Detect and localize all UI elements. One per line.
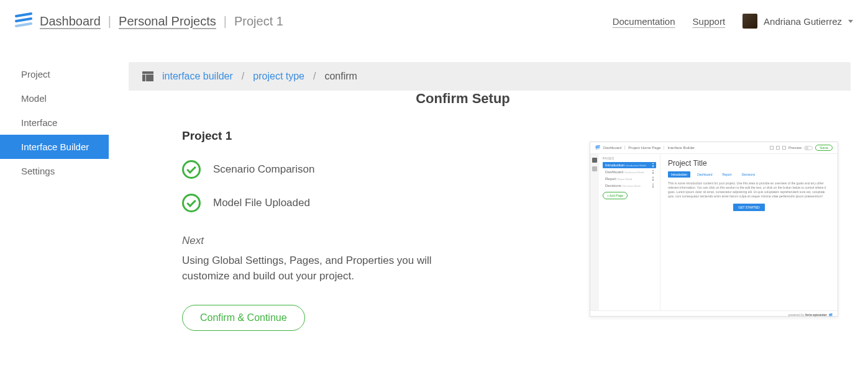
menu-icon bbox=[652, 184, 654, 187]
sidebar: Project Model Interface Interface Builde… bbox=[0, 37, 109, 388]
logo-icon bbox=[595, 145, 600, 150]
menu-icon bbox=[652, 170, 654, 174]
subcrumb-current: confirm bbox=[324, 71, 357, 82]
sidebar-item-interface[interactable]: Interface bbox=[0, 111, 109, 135]
menu-icon bbox=[652, 177, 654, 181]
check-icon bbox=[182, 194, 201, 212]
subcrumb-sep: / bbox=[242, 71, 244, 82]
subcrumb-interface-builder[interactable]: interface builder bbox=[162, 71, 233, 82]
preview-crumb: Project Home Page bbox=[628, 146, 664, 150]
preview-pages-header: PAGES bbox=[603, 156, 656, 160]
breadcrumb-sep: | bbox=[108, 14, 111, 29]
check-scenario-comparison: Scenario Comparison bbox=[182, 160, 552, 179]
layout: Project Model Interface Interface Builde… bbox=[0, 37, 868, 388]
support-link[interactable]: Support bbox=[693, 16, 726, 27]
preview-add-page: + Add Page bbox=[603, 192, 628, 199]
preview-page-row: Decisions Decisions World bbox=[603, 183, 656, 189]
check-icon bbox=[182, 160, 201, 179]
check-label: Model File Uploaded bbox=[213, 197, 310, 209]
subcrumb-project-type[interactable]: project type bbox=[253, 71, 304, 82]
top-right: Documentation Support Andriana Gutierrez bbox=[613, 14, 853, 29]
user-name: Andriana Gutierrez bbox=[764, 16, 842, 27]
preview-tab: Introduction bbox=[668, 171, 690, 178]
preview-paragraph: This is some introduction content for yo… bbox=[668, 181, 830, 199]
device-icon bbox=[770, 146, 774, 150]
sub-breadcrumb: interface builder / project type / confi… bbox=[129, 62, 851, 91]
preview-tab: Decisions bbox=[739, 171, 759, 178]
preview-tab: Dashboard bbox=[694, 171, 715, 178]
sidebar-item-settings[interactable]: Settings bbox=[0, 159, 109, 183]
preview-page-row: Dashboard Dashboard World bbox=[603, 169, 656, 175]
page-title: Confirm Setup bbox=[75, 91, 851, 107]
project-name: Project 1 bbox=[182, 129, 552, 143]
breadcrumb-sep: | bbox=[224, 14, 227, 29]
logo-icon bbox=[15, 12, 32, 30]
content: Project 1 Scenario Comparison Model File… bbox=[129, 129, 851, 331]
top-header: Dashboard | Personal Projects | Project … bbox=[0, 0, 868, 37]
subcrumb-sep: / bbox=[313, 71, 316, 82]
svg-rect-2 bbox=[146, 74, 153, 81]
breadcrumb-current: Project 1 bbox=[234, 14, 283, 29]
preview-save-button: Save bbox=[815, 145, 833, 151]
logo-icon bbox=[829, 314, 833, 317]
right-column: Dashboard Project Home Page Interface Bu… bbox=[590, 129, 851, 331]
breadcrumb-dashboard[interactable]: Dashboard bbox=[40, 14, 101, 29]
tool-icon bbox=[592, 158, 597, 163]
tool-icon bbox=[592, 166, 597, 171]
preview-crumb: Dashboard bbox=[603, 146, 625, 150]
device-icon bbox=[776, 146, 780, 150]
breadcrumb-group[interactable]: Personal Projects bbox=[119, 14, 216, 29]
preview-tab: Report bbox=[720, 171, 735, 178]
preview-page-row: Introduction Introduction World bbox=[603, 162, 656, 168]
chevron-down-icon bbox=[848, 20, 853, 23]
top-left: Dashboard | Personal Projects | Project … bbox=[15, 12, 283, 30]
sidebar-item-project[interactable]: Project bbox=[0, 62, 109, 86]
check-label: Scenario Comparison bbox=[213, 163, 314, 176]
confirm-continue-button[interactable]: Confirm & Continue bbox=[182, 305, 305, 331]
next-text: Using Global Settings, Pages, and Proper… bbox=[182, 253, 480, 284]
avatar bbox=[742, 14, 757, 29]
preview-image: Dashboard Project Home Page Interface Bu… bbox=[590, 142, 838, 317]
user-menu[interactable]: Andriana Gutierrez bbox=[742, 14, 853, 29]
svg-rect-0 bbox=[142, 71, 153, 74]
main: interface builder / project type / confi… bbox=[109, 37, 868, 388]
preview-page-row: Report Report World bbox=[603, 176, 656, 182]
device-icon bbox=[782, 146, 786, 150]
check-model-file-uploaded: Model File Uploaded bbox=[182, 194, 552, 212]
preview-project-title: Project Title bbox=[668, 159, 830, 168]
breadcrumb: Dashboard | Personal Projects | Project … bbox=[40, 14, 283, 29]
svg-rect-1 bbox=[142, 74, 145, 81]
preview-footer: powered by forio epicenter bbox=[590, 310, 838, 319]
preview-get-started: GET STARTED bbox=[733, 204, 764, 211]
dashboard-icon bbox=[142, 71, 153, 81]
documentation-link[interactable]: Documentation bbox=[613, 16, 675, 27]
preview-crumb: Interface Builder bbox=[667, 146, 698, 150]
next-label: Next bbox=[182, 235, 552, 247]
toggle-icon bbox=[804, 146, 813, 150]
sidebar-item-interface-builder[interactable]: Interface Builder bbox=[0, 135, 109, 159]
preview-label: Preview bbox=[788, 146, 802, 150]
menu-icon bbox=[652, 163, 654, 167]
left-column: Project 1 Scenario Comparison Model File… bbox=[129, 129, 565, 331]
